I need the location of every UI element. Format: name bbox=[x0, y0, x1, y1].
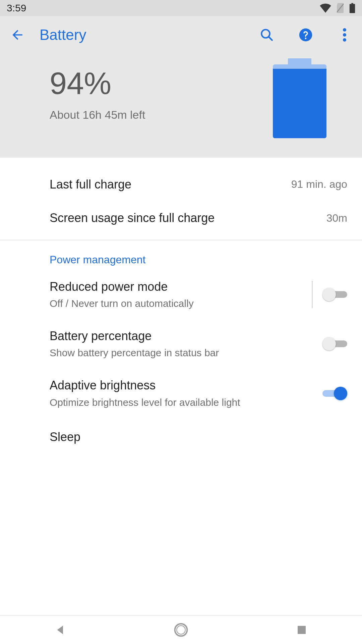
help-button[interactable] bbox=[298, 27, 314, 43]
svg-rect-1 bbox=[351, 3, 353, 4]
overflow-menu-button[interactable] bbox=[337, 27, 353, 43]
more-vert-icon bbox=[343, 28, 346, 42]
app-bar: Battery bbox=[0, 16, 362, 54]
row-value: 30m bbox=[326, 212, 347, 224]
svg-rect-12 bbox=[298, 626, 306, 634]
square-recents-icon bbox=[296, 625, 307, 635]
svg-point-11 bbox=[177, 626, 185, 634]
back-button[interactable] bbox=[9, 27, 25, 43]
setting-title: Adaptive brightness bbox=[50, 377, 302, 394]
battery-percentage-row[interactable]: Battery percentage Show battery percenta… bbox=[0, 319, 362, 369]
sleep-row-partial[interactable]: Sleep bbox=[0, 418, 362, 444]
row-value: 91 min. ago bbox=[291, 178, 347, 191]
adaptive-brightness-toggle[interactable] bbox=[322, 387, 347, 400]
row-label: Last full charge bbox=[50, 176, 291, 193]
status-bar: 3:59 bbox=[0, 0, 362, 16]
page-title: Battery bbox=[40, 26, 236, 43]
battery-status-icon bbox=[349, 3, 355, 13]
nav-back-button[interactable] bbox=[50, 620, 70, 640]
status-time: 3:59 bbox=[7, 2, 26, 14]
svg-point-8 bbox=[343, 33, 346, 37]
header-zone: Battery 94% About 16h 45m left bbox=[0, 16, 362, 158]
svg-rect-2 bbox=[350, 4, 355, 13]
vertical-separator bbox=[312, 281, 312, 308]
setting-summary: Show battery percentage in status bar bbox=[50, 346, 264, 360]
nav-home-button[interactable] bbox=[171, 620, 191, 640]
battery-hero: 94% About 16h 45m left bbox=[0, 54, 362, 158]
arrow-back-icon bbox=[10, 28, 25, 42]
wifi-icon bbox=[320, 3, 331, 13]
setting-summary: Off / Never turn on automatically bbox=[50, 297, 264, 311]
nav-recents-button[interactable] bbox=[292, 620, 312, 640]
content: Last full charge 91 min. ago Screen usag… bbox=[0, 158, 362, 444]
adaptive-brightness-row[interactable]: Adaptive brightness Optimize brightness … bbox=[0, 369, 362, 418]
svg-point-6 bbox=[305, 38, 307, 39]
setting-title: Battery percentage bbox=[50, 328, 302, 344]
svg-point-9 bbox=[343, 38, 346, 42]
svg-line-4 bbox=[269, 37, 272, 40]
search-icon bbox=[260, 28, 274, 42]
svg-point-7 bbox=[343, 28, 346, 32]
circle-home-icon bbox=[174, 623, 188, 637]
triangle-back-icon bbox=[54, 624, 67, 636]
status-icons bbox=[320, 3, 355, 13]
setting-title: Reduced power mode bbox=[50, 279, 302, 295]
setting-summary: Optimize brightness level for available … bbox=[50, 396, 264, 410]
no-sim-icon bbox=[336, 3, 345, 13]
section-header-power-management: Power management bbox=[0, 240, 362, 270]
help-icon bbox=[299, 28, 313, 42]
row-label: Screen usage since full charge bbox=[50, 210, 326, 226]
search-button[interactable] bbox=[259, 27, 275, 43]
battery-percentage-toggle[interactable] bbox=[322, 337, 347, 351]
screen-usage-row[interactable]: Screen usage since full charge 30m bbox=[0, 201, 362, 235]
reduced-power-mode-toggle[interactable] bbox=[322, 288, 347, 301]
battery-graphic bbox=[273, 58, 326, 139]
last-full-charge-row[interactable]: Last full charge 91 min. ago bbox=[0, 168, 362, 202]
navigation-bar bbox=[0, 615, 362, 644]
reduced-power-mode-row[interactable]: Reduced power mode Off / Never turn on a… bbox=[0, 270, 362, 319]
